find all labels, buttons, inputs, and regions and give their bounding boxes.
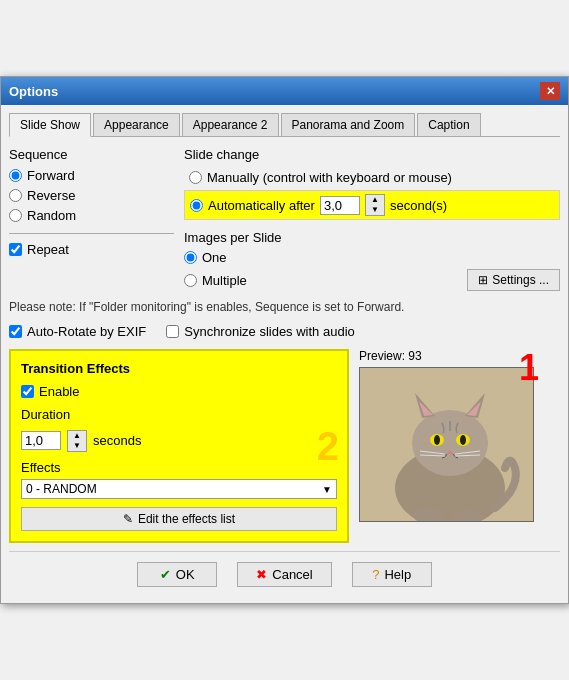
note-text: Please note: If "Folder monitoring" is e… [9,299,560,316]
preview-number-badge: 1 [519,347,539,389]
duration-spinner-down[interactable]: ▼ [68,441,86,451]
edit-effects-icon: ✎ [123,512,133,526]
edit-effects-button[interactable]: ✎ Edit the effects list [21,507,337,531]
sync-checkbox[interactable]: Synchronize slides with audio [166,324,355,339]
window-title: Options [9,84,58,99]
auto-row: Automatically after ▲ ▼ second(s) [184,190,560,220]
cat-svg [360,368,534,522]
settings-button[interactable]: ⊞ Settings ... [467,269,560,291]
ok-icon: ✔ [160,567,171,582]
sequence-title: Sequence [9,147,174,162]
effects-select-wrapper: 0 - RANDOM 1 - Fade 2 - Slide 3 - Zoom [21,479,337,499]
preview-image [359,367,534,522]
tab-caption[interactable]: Caption [417,113,480,136]
multiple-row: Multiple ⊞ Settings ... [184,269,560,291]
auto-label: Automatically after [208,198,315,213]
transition-title: Transition Effects [21,361,337,376]
radio-reverse[interactable]: Reverse [9,188,174,203]
manual-row: Manually (control with keyboard or mouse… [184,168,560,187]
repeat-checkbox[interactable]: Repeat [9,242,174,257]
radio-manual[interactable] [189,171,202,184]
ok-button[interactable]: ✔ OK [137,562,217,587]
auto-unit: second(s) [390,198,447,213]
help-icon: ? [372,567,379,582]
cancel-icon: ✖ [256,567,267,582]
radio-auto[interactable] [190,199,203,212]
settings-icon: ⊞ [478,273,488,287]
sequence-panel: Sequence Forward Reverse Random [9,147,174,291]
sequence-separator [9,233,174,234]
svg-point-2 [412,410,488,476]
enable-checkbox[interactable]: Enable [21,384,337,399]
duration-label: Duration [21,407,337,422]
radio-random[interactable]: Random [9,208,174,223]
radio-forward[interactable]: Forward [9,168,174,183]
footer: ✔ OK ✖ Cancel ? Help [9,551,560,595]
images-per-slide-group: Images per Slide One Multiple ⊞ Settings… [184,230,560,291]
transition-box: Transition Effects Enable Duration ▲ ▼ s… [9,349,349,543]
preview-panel: Preview: 93 [359,349,544,543]
duration-spinner-up[interactable]: ▲ [68,431,86,441]
checkboxes-row: Auto-Rotate by EXIF Synchronize slides w… [9,324,560,339]
duration-unit: seconds [93,433,141,448]
auto-rotate-checkbox[interactable]: Auto-Rotate by EXIF [9,324,146,339]
auto-spinner[interactable]: ▲ ▼ [365,194,385,216]
tab-appearance2[interactable]: Appearance 2 [182,113,279,136]
tab-appearance[interactable]: Appearance [93,113,180,136]
radio-one[interactable]: One [184,250,560,265]
slide-change-group: Slide change Manually (control with keyb… [184,147,560,220]
preview-label: Preview: 93 [359,349,544,363]
effects-select[interactable]: 0 - RANDOM 1 - Fade 2 - Slide 3 - Zoom [21,479,337,499]
tab-slide-show[interactable]: Slide Show [9,113,91,137]
svg-point-10 [460,435,466,445]
slide-change-title: Slide change [184,147,560,162]
main-content: Sequence Forward Reverse Random [9,147,560,291]
tab-panorama-zoom[interactable]: Panorama and Zoom [281,113,416,136]
auto-value-input[interactable] [320,196,360,215]
help-button[interactable]: ? Help [352,562,432,587]
spinner-down[interactable]: ▼ [366,205,384,215]
options-window: Options ✕ Slide Show Appearance Appearan… [0,76,569,604]
duration-spinner[interactable]: ▲ ▼ [67,430,87,452]
cancel-button[interactable]: ✖ Cancel [237,562,331,587]
tab-bar: Slide Show Appearance Appearance 2 Panor… [9,113,560,137]
close-button[interactable]: ✕ [540,82,560,100]
svg-point-9 [434,435,440,445]
duration-input[interactable] [21,431,61,450]
transition-section: Transition Effects Enable Duration ▲ ▼ s… [9,349,560,543]
spinner-up[interactable]: ▲ [366,195,384,205]
effects-label: Effects [21,460,337,475]
window-body: Slide Show Appearance Appearance 2 Panor… [1,105,568,603]
right-panel: Slide change Manually (control with keyb… [184,147,560,291]
title-bar: Options ✕ [1,77,568,105]
radio-multiple[interactable]: Multiple [184,273,247,288]
images-per-slide-title: Images per Slide [184,230,560,245]
sequence-radio-group: Forward Reverse Random [9,168,174,223]
duration-row: ▲ ▼ seconds [21,430,337,452]
